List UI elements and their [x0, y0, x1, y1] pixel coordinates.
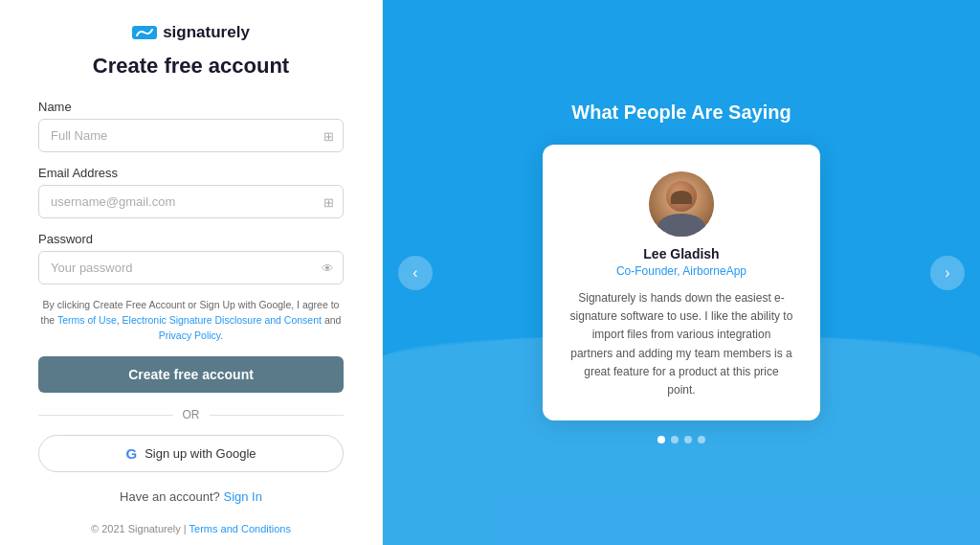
carousel-next-button[interactable]: › [930, 256, 965, 290]
or-line-right [210, 415, 345, 416]
terms-conditions-link[interactable]: Terms and Conditions [189, 523, 291, 534]
email-field-group: Email Address ⊞ [38, 166, 344, 218]
carousel-dot-4[interactable] [698, 436, 705, 443]
esignature-disclosure-link[interactable]: Electronic Signature Disclosure and Cons… [122, 314, 322, 326]
email-input[interactable] [38, 185, 344, 218]
or-text: OR [183, 408, 200, 421]
password-input-wrapper: 👁 [38, 251, 344, 284]
name-label: Name [38, 100, 344, 114]
page-title: Create free account [93, 54, 289, 79]
signaturely-logo-icon [132, 23, 157, 42]
signin-prompt: Have an account? Sign In [120, 489, 262, 504]
footer: © 2021 Signaturely | Terms and Condition… [91, 523, 291, 534]
carousel-dot-1[interactable] [657, 436, 665, 443]
have-account-text: Have an account? [120, 489, 220, 504]
carousel-dots [657, 436, 705, 443]
avatar-hair [671, 191, 692, 204]
terms-text: By clicking Create Free Account or Sign … [38, 298, 344, 343]
password-label: Password [38, 232, 344, 246]
left-panel: signaturely Create free account Name ⊞ E… [0, 0, 383, 545]
testimonial-card: Lee Gladish Co-Founder, AirborneApp Sign… [543, 145, 820, 420]
or-line-left [38, 415, 173, 416]
logo-text: signaturely [163, 23, 250, 42]
terms-of-use-link[interactable]: Terms of Use [57, 314, 117, 326]
carousel-prev-button[interactable]: ‹ [398, 256, 433, 290]
google-icon: G [125, 445, 137, 462]
password-field-group: Password 👁 [38, 232, 344, 284]
avatar-body [657, 214, 705, 237]
testimonial-heading: What People Are Saying [571, 102, 791, 124]
testimonial-quote: Signaturely is hands down the easiest e-… [569, 289, 793, 399]
email-label: Email Address [38, 166, 344, 180]
or-divider: OR [38, 408, 344, 421]
carousel-dot-2[interactable] [671, 436, 679, 443]
carousel-dot-3[interactable] [684, 436, 692, 443]
privacy-policy-link[interactable]: Privacy Policy [159, 329, 221, 341]
signin-link[interactable]: Sign In [223, 489, 261, 504]
google-button-label: Sign up with Google [145, 446, 256, 461]
right-panel: What People Are Saying Lee Gladish Co-Fo… [383, 0, 980, 545]
person-title: Co-Founder, AirborneApp [569, 264, 793, 278]
password-input[interactable] [38, 251, 344, 284]
email-input-wrapper: ⊞ [38, 185, 344, 218]
footer-copyright: © 2021 Signaturely | [91, 523, 189, 534]
name-input-wrapper: ⊞ [38, 119, 344, 152]
avatar [649, 171, 714, 237]
google-signup-button[interactable]: G Sign up with Google [38, 435, 344, 472]
avatar-face [649, 171, 714, 237]
name-input[interactable] [38, 119, 344, 152]
person-name: Lee Gladish [569, 246, 793, 261]
create-account-button[interactable]: Create free account [38, 356, 344, 393]
logo-area: signaturely [132, 23, 250, 42]
name-field-group: Name ⊞ [38, 100, 344, 152]
